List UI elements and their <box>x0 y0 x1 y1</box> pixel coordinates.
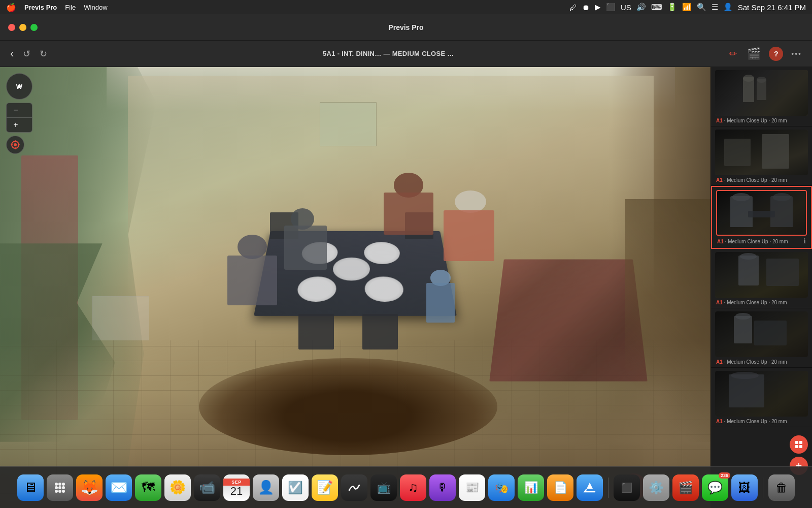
dock-contacts[interactable]: 👤 <box>253 474 279 501</box>
dock-previs[interactable]: 🎬 <box>672 474 699 501</box>
dock-music[interactable]: ♫ <box>400 474 426 501</box>
main-window: Previs Pro ‹ ↺ ↻ 5A1 - INT. DININ… — MED… <box>0 14 812 508</box>
dock-photos[interactable]: 🌼 <box>164 474 191 501</box>
dock-preview[interactable]: 🖼 <box>731 474 758 501</box>
menubar-icon-battery[interactable]: 🔋 <box>667 3 677 12</box>
dock-firefox[interactable]: 🦊 <box>76 474 103 501</box>
menubar-icon-search[interactable]: 🔍 <box>697 3 706 12</box>
thumb-fig-5 <box>729 374 764 407</box>
shot-item-2[interactable]: A1 · Medium Close Up · 20 mm ℹ <box>711 186 812 249</box>
menubar-icon-1[interactable]: 🖊 <box>569 3 577 12</box>
more-button[interactable]: ••• <box>789 48 804 60</box>
shot-desc-2: · Medium Close Up · 20 mm <box>725 239 788 244</box>
dock-facetime[interactable]: 📹 <box>194 474 220 501</box>
clapper-button[interactable]: 🎬 <box>745 45 763 62</box>
help-button[interactable]: ? <box>769 47 783 61</box>
person-left <box>227 235 277 305</box>
shot-thumbnail-0 <box>715 70 808 116</box>
person-far-right <box>441 190 497 261</box>
toolbar-left: ‹ ↺ ↻ <box>8 45 49 62</box>
menubar-icon-volume[interactable]: 🔊 <box>636 3 646 12</box>
dock-podcasts[interactable]: 🎙 <box>429 474 456 501</box>
menubar-icon-bluetooth[interactable]: ⌨ <box>651 3 662 12</box>
thumb-fig-4 <box>734 316 753 343</box>
dock-reminders[interactable]: ☑️ <box>282 474 309 501</box>
dock-numbers[interactable]: 📊 <box>518 474 544 501</box>
menubar-right: 🖊 ⏺ ▶ ⬛ US 🔊 ⌨ 🔋 📶 🔍 ☰ 👤 Sat Sep 21 6:41… <box>569 3 806 12</box>
thumb-table <box>748 211 775 217</box>
body-left <box>227 256 277 305</box>
floor-object <box>92 296 149 340</box>
apple-menu[interactable]: 🍎 <box>6 3 16 12</box>
dock-appstore[interactable] <box>577 474 603 501</box>
app-menu-previs[interactable]: Previs Pro <box>24 4 57 11</box>
zoom-in-button[interactable]: + <box>7 118 25 132</box>
undo-button[interactable]: ↺ <box>21 46 32 61</box>
dock-news[interactable]: 📰 <box>459 474 485 501</box>
svg-rect-8 <box>795 445 798 448</box>
shot-label-4: A1 · Medium Close Up · 20 mm <box>715 359 808 365</box>
shot-label-3: A1 · Medium Close Up · 20 mm <box>715 299 808 306</box>
grid-view-button[interactable] <box>790 435 808 454</box>
menubar-icon-4[interactable]: ⬛ <box>606 3 616 12</box>
shot-sidebar: A1 · Medium Close Up · 20 mm A1 · Medium… <box>710 67 812 508</box>
toolbar: ‹ ↺ ↻ 5A1 - INT. DININ… — MEDIUM CLOSE …… <box>0 41 812 67</box>
menubar-icon-us[interactable]: US <box>621 3 631 12</box>
dock-screenflow[interactable]: ⬛ <box>614 474 640 501</box>
shot-item-4[interactable]: A1 · Medium Close Up · 20 mm <box>711 308 812 368</box>
shot-item-5[interactable]: A1 · Medium Close Up · 20 mm <box>711 368 812 427</box>
minimize-button[interactable] <box>19 24 26 31</box>
svg-point-17 <box>58 490 61 493</box>
back-button[interactable]: ‹ <box>8 45 16 62</box>
viewport[interactable]: W − + <box>0 67 710 508</box>
shot-thumbnail-1 <box>715 130 808 175</box>
dock-keynote[interactable]: 🎭 <box>488 474 515 501</box>
thumb-inner-0 <box>715 70 808 116</box>
shot-item-0[interactable]: A1 · Medium Close Up · 20 mm <box>711 67 812 126</box>
shot-item-3[interactable]: A1 · Medium Close Up · 20 mm <box>711 249 812 308</box>
dock-trash[interactable]: 🗑 <box>768 474 795 501</box>
shot-thumbnail-5 <box>715 371 808 417</box>
shot-id-4: A1 <box>716 359 723 365</box>
menubar-icon-wifi[interactable]: 📶 <box>682 3 692 12</box>
dock-finder[interactable]: 🖥 <box>17 474 44 501</box>
dock-sysprefs[interactable]: ⚙️ <box>643 474 669 501</box>
close-button[interactable] <box>8 24 15 31</box>
dock-pages[interactable]: 📄 <box>547 474 573 501</box>
shot-item-1[interactable]: A1 · Medium Close Up · 20 mm <box>711 126 812 186</box>
head-fr <box>455 190 486 213</box>
menu-window[interactable]: Window <box>84 4 107 11</box>
thumb-inner-3 <box>715 252 808 298</box>
dock-mail[interactable]: ✉️ <box>106 474 132 501</box>
body-tr <box>384 193 433 235</box>
svg-rect-6 <box>795 441 798 444</box>
child-body <box>426 283 455 323</box>
dock-calendar-day: 21 <box>230 486 243 497</box>
compass[interactable]: W <box>6 73 32 100</box>
dock-messages[interactable]: 💬 236 <box>702 474 728 501</box>
dock-calendar[interactable]: SEP 21 <box>223 474 250 501</box>
dock-maps[interactable]: 🗺 <box>135 474 161 501</box>
menu-file[interactable]: File <box>65 4 76 11</box>
plate-center <box>332 258 370 281</box>
menubar-icon-2[interactable]: ⏺ <box>582 3 590 12</box>
thumb-scene-content-1 <box>762 134 790 169</box>
menubar-icon-control[interactable]: ☰ <box>712 3 718 12</box>
target-button[interactable] <box>6 136 24 154</box>
info-icon-2[interactable]: ℹ <box>803 237 806 246</box>
svg-point-16 <box>55 490 58 493</box>
dock-launchpad[interactable] <box>47 474 73 501</box>
dock-appletv[interactable]: 📺 <box>370 474 397 501</box>
maximize-button[interactable] <box>30 24 38 31</box>
window-title: Previs Pro <box>388 23 423 31</box>
menubar-icon-3[interactable]: ▶ <box>595 3 601 12</box>
dock-freeform[interactable] <box>341 474 367 501</box>
redo-button[interactable]: ↻ <box>38 46 49 61</box>
zoom-out-button[interactable]: − <box>7 103 25 117</box>
dock-notes[interactable]: 📝 <box>312 474 338 501</box>
menubar-icon-user[interactable]: 👤 <box>723 3 733 12</box>
pencil-button[interactable]: ✏ <box>727 46 739 61</box>
thumb-scene-content2-1 <box>724 139 750 166</box>
grid-icon <box>795 440 803 449</box>
dock-separator-2 <box>763 478 763 498</box>
